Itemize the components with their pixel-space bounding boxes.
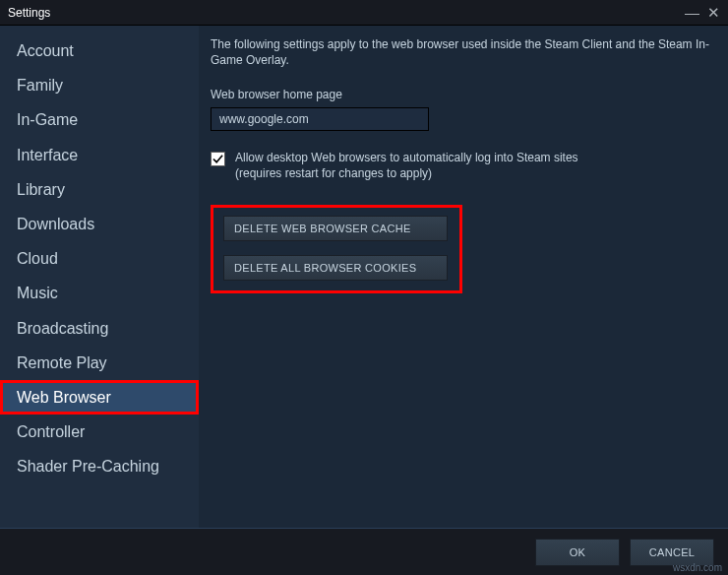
homepage-label: Web browser home page bbox=[211, 88, 710, 101]
delete-cookies-button[interactable]: DELETE ALL BROWSER COOKIES bbox=[223, 255, 448, 281]
delete-cache-button[interactable]: DELETE WEB BROWSER CACHE bbox=[223, 216, 448, 241]
sidebar-item-label: Interface bbox=[17, 147, 78, 163]
sidebar-item-label: Controller bbox=[17, 423, 85, 440]
titlebar: Settings ― ✕ bbox=[0, 0, 728, 26]
sidebar-item-label: Web Browser bbox=[17, 389, 111, 406]
sidebar-item-label: Remote Play bbox=[17, 354, 107, 371]
sidebar-item-web-browser[interactable]: Web Browser bbox=[0, 380, 199, 415]
checkmark-icon bbox=[212, 154, 223, 164]
main-area: Account Family In-Game Interface Library… bbox=[0, 26, 728, 528]
sidebar-item-label: Shader Pre-Caching bbox=[17, 458, 159, 475]
sidebar-item-label: Account bbox=[17, 42, 74, 59]
sidebar-item-label: Music bbox=[17, 285, 58, 301]
sidebar-item-label: Library bbox=[17, 181, 65, 198]
footer: OK CANCEL bbox=[0, 528, 728, 575]
sidebar-item-remote-play[interactable]: Remote Play bbox=[0, 346, 199, 380]
minimize-icon[interactable]: ― bbox=[685, 5, 699, 20]
sidebar-item-cloud[interactable]: Cloud bbox=[0, 241, 199, 276]
sidebar-item-music[interactable]: Music bbox=[0, 276, 199, 310]
window-controls: ― ✕ bbox=[685, 5, 720, 20]
highlighted-button-group: DELETE WEB BROWSER CACHE DELETE ALL BROW… bbox=[211, 205, 462, 293]
ok-button[interactable]: OK bbox=[535, 539, 620, 566]
sidebar-item-library[interactable]: Library bbox=[0, 172, 199, 207]
sidebar-item-in-game[interactable]: In-Game bbox=[0, 102, 199, 137]
settings-description: The following settings apply to the web … bbox=[211, 37, 710, 68]
auto-login-checkbox[interactable] bbox=[211, 152, 225, 166]
sidebar-item-shader-pre-caching[interactable]: Shader Pre-Caching bbox=[0, 449, 199, 483]
sidebar-item-label: Broadcasting bbox=[17, 320, 108, 337]
sidebar: Account Family In-Game Interface Library… bbox=[0, 26, 199, 528]
sidebar-item-label: Family bbox=[17, 77, 63, 94]
watermark: wsxdn.com bbox=[673, 562, 722, 573]
sidebar-item-broadcasting[interactable]: Broadcasting bbox=[0, 311, 199, 346]
checkbox-label-line2: (requires restart for changes to apply) bbox=[235, 166, 432, 180]
close-icon[interactable]: ✕ bbox=[707, 5, 720, 20]
sidebar-item-label: Downloads bbox=[17, 216, 94, 232]
window-title: Settings bbox=[8, 6, 50, 20]
sidebar-item-controller[interactable]: Controller bbox=[0, 415, 199, 449]
sidebar-item-family[interactable]: Family bbox=[0, 68, 199, 102]
auto-login-label: Allow desktop Web browsers to automatica… bbox=[235, 151, 578, 181]
auto-login-row[interactable]: Allow desktop Web browsers to automatica… bbox=[211, 151, 710, 181]
sidebar-item-interface[interactable]: Interface bbox=[0, 138, 199, 172]
sidebar-item-downloads[interactable]: Downloads bbox=[0, 207, 199, 241]
checkbox-label-line1: Allow desktop Web browsers to automatica… bbox=[235, 151, 578, 164]
homepage-input[interactable] bbox=[211, 107, 429, 131]
sidebar-item-label: Cloud bbox=[17, 250, 58, 267]
content-panel: The following settings apply to the web … bbox=[199, 26, 728, 528]
sidebar-item-account[interactable]: Account bbox=[0, 33, 199, 68]
sidebar-item-label: In-Game bbox=[17, 111, 78, 128]
